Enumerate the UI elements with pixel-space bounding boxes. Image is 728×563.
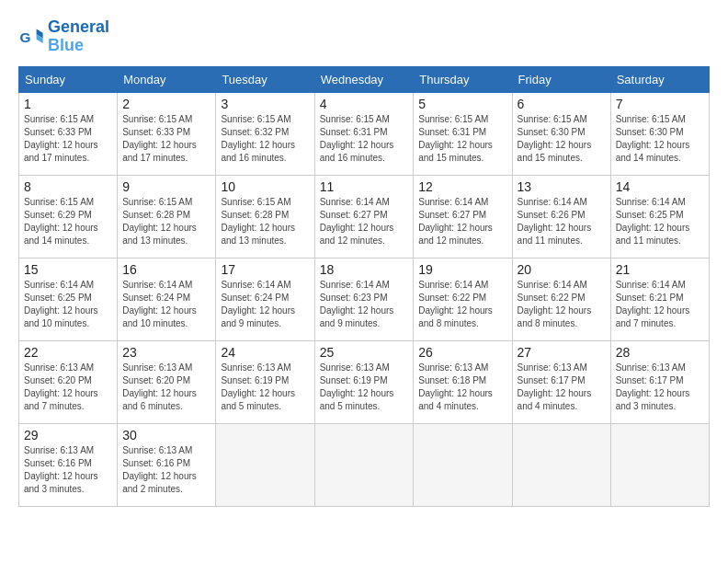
day-info: Sunrise: 6:13 AM Sunset: 6:19 PM Dayligh… [221, 362, 309, 413]
calendar-cell: 15Sunrise: 6:14 AM Sunset: 6:25 PM Dayli… [19, 258, 118, 340]
day-number: 14 [616, 179, 704, 194]
calendar-cell: 26Sunrise: 6:13 AM Sunset: 6:18 PM Dayli… [414, 340, 512, 423]
calendar-cell [314, 423, 414, 506]
calendar-cell [610, 423, 709, 506]
day-number: 22 [24, 345, 112, 360]
calendar-cell: 23Sunrise: 6:13 AM Sunset: 6:20 PM Dayli… [118, 340, 216, 423]
day-info: Sunrise: 6:13 AM Sunset: 6:17 PM Dayligh… [518, 362, 606, 413]
calendar-cell [216, 423, 314, 506]
day-info: Sunrise: 6:13 AM Sunset: 6:17 PM Dayligh… [616, 362, 704, 413]
day-info: Sunrise: 6:15 AM Sunset: 6:29 PM Dayligh… [24, 196, 112, 247]
day-number: 24 [221, 345, 309, 360]
day-info: Sunrise: 6:14 AM Sunset: 6:26 PM Dayligh… [518, 196, 606, 247]
calendar-cell: 11Sunrise: 6:14 AM Sunset: 6:27 PM Dayli… [314, 175, 414, 258]
calendar-cell: 27Sunrise: 6:13 AM Sunset: 6:17 PM Dayli… [512, 340, 610, 423]
calendar-cell: 13Sunrise: 6:14 AM Sunset: 6:26 PM Dayli… [512, 175, 610, 258]
calendar-table: SundayMondayTuesdayWednesdayThursdayFrid… [18, 66, 710, 507]
calendar-cell: 1Sunrise: 6:15 AM Sunset: 6:33 PM Daylig… [19, 92, 118, 175]
calendar-cell: 10Sunrise: 6:15 AM Sunset: 6:28 PM Dayli… [216, 175, 314, 258]
calendar-week-5: 29Sunrise: 6:13 AM Sunset: 6:16 PM Dayli… [19, 423, 710, 506]
day-number: 28 [616, 345, 704, 360]
day-info: Sunrise: 6:15 AM Sunset: 6:28 PM Dayligh… [221, 196, 309, 247]
day-info: Sunrise: 6:14 AM Sunset: 6:23 PM Dayligh… [320, 279, 409, 330]
day-info: Sunrise: 6:15 AM Sunset: 6:33 PM Dayligh… [24, 113, 112, 165]
weekday-header-row: SundayMondayTuesdayWednesdayThursdayFrid… [19, 66, 710, 92]
weekday-header-thursday: Thursday [414, 66, 512, 92]
weekday-header-monday: Monday [118, 66, 216, 92]
day-number: 7 [616, 97, 704, 111]
day-number: 19 [418, 262, 506, 277]
calendar-cell: 25Sunrise: 6:13 AM Sunset: 6:19 PM Dayli… [314, 340, 414, 423]
day-info: Sunrise: 6:13 AM Sunset: 6:19 PM Dayligh… [320, 362, 409, 413]
day-number: 23 [122, 345, 210, 360]
day-number: 4 [320, 97, 409, 111]
day-info: Sunrise: 6:14 AM Sunset: 6:27 PM Dayligh… [320, 196, 409, 247]
day-info: Sunrise: 6:15 AM Sunset: 6:30 PM Dayligh… [518, 113, 606, 165]
day-number: 8 [24, 179, 112, 194]
calendar-cell: 24Sunrise: 6:13 AM Sunset: 6:19 PM Dayli… [216, 340, 314, 423]
logo-text: General Blue [48, 18, 109, 55]
day-number: 11 [320, 179, 409, 194]
calendar-cell [512, 423, 610, 506]
calendar-cell: 20Sunrise: 6:14 AM Sunset: 6:22 PM Dayli… [512, 258, 610, 340]
logo-icon: G [18, 24, 44, 50]
day-info: Sunrise: 6:13 AM Sunset: 6:16 PM Dayligh… [122, 444, 210, 496]
calendar-cell: 5Sunrise: 6:15 AM Sunset: 6:31 PM Daylig… [414, 92, 512, 175]
day-number: 12 [418, 179, 506, 194]
day-number: 6 [518, 97, 606, 111]
calendar-cell: 4Sunrise: 6:15 AM Sunset: 6:31 PM Daylig… [314, 92, 414, 175]
calendar-cell: 3Sunrise: 6:15 AM Sunset: 6:32 PM Daylig… [216, 92, 314, 175]
day-info: Sunrise: 6:14 AM Sunset: 6:24 PM Dayligh… [122, 279, 210, 330]
svg-text:G: G [19, 29, 30, 44]
calendar-cell: 14Sunrise: 6:14 AM Sunset: 6:25 PM Dayli… [610, 175, 709, 258]
weekday-header-wednesday: Wednesday [314, 66, 414, 92]
calendar-week-4: 22Sunrise: 6:13 AM Sunset: 6:20 PM Dayli… [19, 340, 710, 423]
calendar-cell: 7Sunrise: 6:15 AM Sunset: 6:30 PM Daylig… [610, 92, 709, 175]
day-info: Sunrise: 6:15 AM Sunset: 6:31 PM Dayligh… [418, 113, 506, 165]
day-number: 5 [418, 97, 506, 111]
day-info: Sunrise: 6:14 AM Sunset: 6:22 PM Dayligh… [418, 279, 506, 330]
weekday-header-tuesday: Tuesday [216, 66, 314, 92]
day-number: 18 [320, 262, 409, 277]
calendar-cell: 9Sunrise: 6:15 AM Sunset: 6:28 PM Daylig… [118, 175, 216, 258]
day-number: 29 [24, 428, 112, 442]
day-info: Sunrise: 6:14 AM Sunset: 6:22 PM Dayligh… [518, 279, 606, 330]
calendar-cell: 21Sunrise: 6:14 AM Sunset: 6:21 PM Dayli… [610, 258, 709, 340]
day-info: Sunrise: 6:13 AM Sunset: 6:16 PM Dayligh… [24, 444, 112, 496]
weekday-header-saturday: Saturday [610, 66, 709, 92]
day-number: 1 [24, 97, 112, 111]
calendar-cell: 18Sunrise: 6:14 AM Sunset: 6:23 PM Dayli… [314, 258, 414, 340]
day-number: 25 [320, 345, 409, 360]
day-number: 13 [518, 179, 606, 194]
calendar-cell: 17Sunrise: 6:14 AM Sunset: 6:24 PM Dayli… [216, 258, 314, 340]
calendar-cell: 30Sunrise: 6:13 AM Sunset: 6:16 PM Dayli… [118, 423, 216, 506]
calendar-cell: 29Sunrise: 6:13 AM Sunset: 6:16 PM Dayli… [19, 423, 118, 506]
calendar-cell [414, 423, 512, 506]
day-number: 3 [221, 97, 309, 111]
day-number: 20 [518, 262, 606, 277]
day-number: 30 [122, 428, 210, 442]
day-info: Sunrise: 6:15 AM Sunset: 6:30 PM Dayligh… [616, 113, 704, 165]
day-info: Sunrise: 6:14 AM Sunset: 6:27 PM Dayligh… [418, 196, 506, 247]
page-header: G General Blue [18, 18, 710, 55]
calendar-week-2: 8Sunrise: 6:15 AM Sunset: 6:29 PM Daylig… [19, 175, 710, 258]
calendar-cell: 12Sunrise: 6:14 AM Sunset: 6:27 PM Dayli… [414, 175, 512, 258]
day-number: 16 [122, 262, 210, 277]
weekday-header-sunday: Sunday [19, 66, 118, 92]
day-number: 10 [221, 179, 309, 194]
day-info: Sunrise: 6:15 AM Sunset: 6:33 PM Dayligh… [122, 113, 210, 165]
day-info: Sunrise: 6:14 AM Sunset: 6:21 PM Dayligh… [616, 279, 704, 330]
calendar-cell: 16Sunrise: 6:14 AM Sunset: 6:24 PM Dayli… [118, 258, 216, 340]
day-number: 26 [418, 345, 506, 360]
calendar-cell: 22Sunrise: 6:13 AM Sunset: 6:20 PM Dayli… [19, 340, 118, 423]
day-number: 9 [122, 179, 210, 194]
day-info: Sunrise: 6:13 AM Sunset: 6:18 PM Dayligh… [418, 362, 506, 413]
day-number: 15 [24, 262, 112, 277]
day-number: 27 [518, 345, 606, 360]
day-info: Sunrise: 6:15 AM Sunset: 6:31 PM Dayligh… [320, 113, 409, 165]
logo: G General Blue [18, 18, 109, 55]
calendar-week-1: 1Sunrise: 6:15 AM Sunset: 6:33 PM Daylig… [19, 92, 710, 175]
calendar-cell: 2Sunrise: 6:15 AM Sunset: 6:33 PM Daylig… [118, 92, 216, 175]
day-info: Sunrise: 6:13 AM Sunset: 6:20 PM Dayligh… [24, 362, 112, 413]
day-number: 2 [122, 97, 210, 111]
